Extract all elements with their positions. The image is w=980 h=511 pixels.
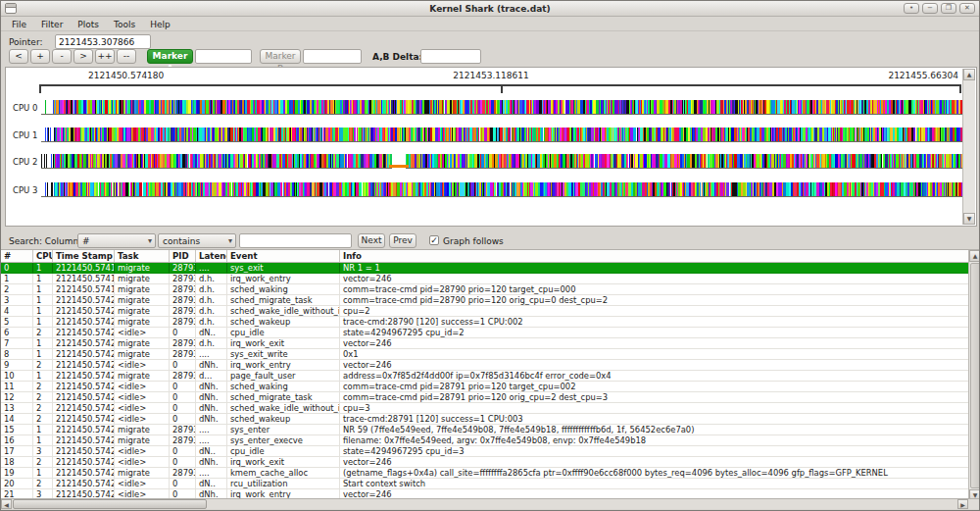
cell--: 4 [1,306,33,316]
cell-task: migrate [115,263,170,273]
cpu3-label: CPU 3 [13,185,40,195]
cell-info: NR 1 = 1 [340,263,968,273]
cpu1-label: CPU 1 [13,130,40,140]
scroll-left-icon[interactable]: ◀ [1,499,12,509]
cell-info: 0x1 [340,349,968,359]
menu-filter[interactable]: Filter [38,19,66,30]
marker-a-value-field[interactable] [195,49,252,64]
title-bar[interactable]: Kernel Shark (trace.dat) • − ❐ ✕ [1,1,979,17]
table-row[interactable]: 1122121450.574238<idle>0dNh.sched_waking… [1,382,968,392]
menu-tools[interactable]: Tools [111,19,138,30]
search-next-button[interactable]: Next [358,233,385,248]
table-row[interactable]: 1012121450.574238migrate28793d...page_fa… [1,371,968,382]
menu-help[interactable]: Help [147,19,173,30]
cell-info: comm=trace-cmd pid=28790 prio=120 orig_c… [340,295,968,305]
maximize-icon[interactable]: ❐ [941,3,956,14]
cell-info: (getname_flags+0x4a) call_site=ffffffffa… [340,468,968,478]
minimize-icon[interactable]: − [922,3,938,14]
table-row[interactable]: 812121450.574224migrate28793....sys_exit… [1,349,968,360]
table-row[interactable]: 312121450.574205migrate28793d.h.sched_mi… [1,295,968,306]
cell-event: sys_exit_write [227,349,340,359]
table-horizontal-scrollbar[interactable]: ◀ ▶ [1,498,980,509]
zoom-in-button[interactable]: + [30,49,50,64]
cell-pid: 28793 [170,274,196,283]
cell-info: state=4294967295 cpu_id=2 [340,328,968,337]
cpu3-trace-bar[interactable] [41,182,967,197]
cpu0-trace-bar[interactable] [41,100,967,115]
cell-time-stamp: 2121450.574213 [53,306,115,316]
table-row[interactable]: 1512121450.574258migrate28793....sys_ent… [1,425,968,435]
close-icon[interactable]: ✕ [959,3,975,14]
table-row[interactable]: 1322121450.574253<idle>0dNh.sched_wake_i… [1,403,968,414]
scroll-right-icon[interactable]: ▶ [957,499,968,509]
table-row[interactable]: 1732121450.574261<idle>0dN..cpu_idlestat… [1,446,968,457]
cell-task: migrate [115,371,170,381]
cell-time-stamp: 2121450.574238 [53,371,115,381]
header-pid: PID [170,250,196,262]
pointer-value-field[interactable]: 2121453.307866 [55,34,151,49]
cell-event: kmem_cache_alloc [227,468,340,478]
graph-follows-checkbox[interactable] [429,235,439,245]
table-row[interactable]: 1822121450.574262<idle>0dNh.irq_work_exi… [1,457,968,468]
table-row[interactable]: 212121450.574195migrate28793d.h.sched_wa… [1,284,968,295]
cell-cpu: 2 [33,328,53,337]
table-vertical-scrollbar[interactable]: ▲ ▼ [968,250,980,501]
cell-task: migrate [115,306,170,316]
cell-task: migrate [115,317,170,327]
nav-next-event-button[interactable]: > [74,49,93,64]
table-row[interactable]: 922121450.574231<idle>0dNh.irq_work_entr… [1,360,968,371]
marker-a-button[interactable]: Marker A [147,49,193,64]
cell--: 14 [1,414,33,424]
search-column-dropdown[interactable]: # [77,233,156,248]
cell-cpu: 1 [33,425,53,434]
cell-latency: d.h. [196,306,227,316]
cpu1-trace-bar[interactable] [41,128,967,142]
cell-event: sched_wake_idle_without_ipi [227,403,340,413]
header-time-stamp: Time Stamp [53,250,115,262]
scroll-down-icon[interactable]: ▼ [963,213,975,225]
cell--: 5 [1,317,33,327]
search-operator-dropdown[interactable]: contains [158,233,236,248]
table-row[interactable]: 112121450.574190migrate28793d.h.irq_work… [1,274,968,284]
ab-delta-value-field[interactable] [420,49,481,64]
zoom-out-fast-button[interactable]: -- [117,49,136,64]
menu-file[interactable]: File [9,19,29,30]
scroll-up-icon[interactable]: ▲ [963,69,975,80]
zoom-out-button[interactable]: - [52,49,72,64]
table-row[interactable]: 1222121450.574245<idle>0dNh.sched_migrat… [1,392,968,403]
table-row[interactable]: 1422121450.574258<idle>0dNh.sched_wakeup… [1,414,968,425]
cell--: 15 [1,425,33,434]
table-row[interactable]: 412121450.574213migrate28793d.h.sched_wa… [1,306,968,317]
table-row[interactable]: 622121450.574219<idle>0dN..cpu_idlestate… [1,328,968,338]
table-row[interactable]: 1612121450.574261migrate28793....sys_ent… [1,435,968,446]
cell-task: migrate [115,349,170,359]
cell-pid: 28793 [170,425,196,434]
cell-latency: dN.. [196,479,227,488]
table-row[interactable]: 012121450.574181migrate28793....sys_exit… [1,263,968,274]
scrollbar-thumb[interactable] [13,499,207,509]
cell-event: sched_waking [227,382,340,391]
scrollbar-thumb[interactable] [970,263,980,488]
zoom-in-fast-button[interactable]: ++ [95,49,115,64]
table-row[interactable]: 712121450.574220migrate28793d.h.irq_work… [1,338,968,349]
cell-pid: 28793 [170,349,196,359]
table-row[interactable]: 512121450.574217migrate28793d.h.sched_wa… [1,317,968,328]
search-input[interactable] [239,233,352,248]
scroll-up-icon[interactable]: ▲ [969,250,980,262]
table-row[interactable]: 2022121450.574268<idle>0dN..rcu_utilizat… [1,479,968,489]
cell-event: irq_work_exit [227,338,340,348]
cpu2-trace-bar[interactable] [41,154,967,169]
marker-b-value-field[interactable] [303,49,362,64]
header--: # [1,250,33,262]
cell--: 12 [1,392,33,402]
cell-task: <idle> [115,457,170,467]
search-prev-button[interactable]: Prev [389,233,416,248]
cell-event: irq_work_exit [227,457,340,467]
table-row[interactable]: 1912121450.574265migrate28793....kmem_ca… [1,468,968,479]
nav-prev-event-button[interactable]: < [9,49,28,64]
menu-plots[interactable]: Plots [74,19,102,30]
graph-vertical-scrollbar[interactable]: ▲ ▼ [962,69,975,225]
marker-b-button[interactable]: Marker B [260,49,301,64]
pin-icon[interactable]: • [904,3,919,14]
cell-cpu: 2 [33,479,53,488]
